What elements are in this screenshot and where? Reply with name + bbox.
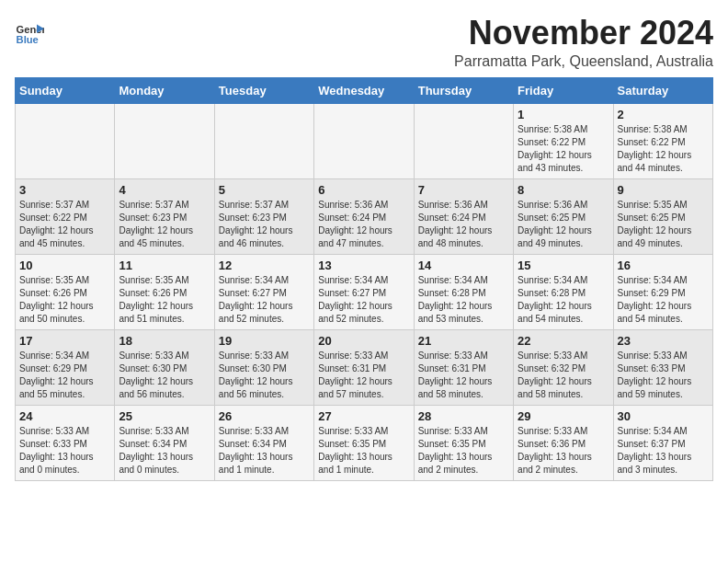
day-info: Sunrise: 5:35 AM Sunset: 6:26 PM Dayligh… [19,274,110,326]
day-number: 5 [219,183,310,197]
day-info: Sunrise: 5:33 AM Sunset: 6:35 PM Dayligh… [418,425,509,477]
day-info: Sunrise: 5:34 AM Sunset: 6:28 PM Dayligh… [418,274,509,326]
logo-icon: General Blue [15,18,44,48]
day-info: Sunrise: 5:33 AM Sunset: 6:30 PM Dayligh… [219,350,310,401]
week-row-3: 10Sunrise: 5:35 AM Sunset: 6:26 PM Dayli… [16,254,713,329]
day-number: 20 [318,334,409,348]
calendar-cell: 18Sunrise: 5:33 AM Sunset: 6:30 PM Dayli… [115,329,214,405]
day-number: 3 [19,183,110,197]
day-info: Sunrise: 5:33 AM Sunset: 6:33 PM Dayligh… [19,425,110,477]
day-info: Sunrise: 5:37 AM Sunset: 6:23 PM Dayligh… [119,199,210,250]
calendar-cell: 20Sunrise: 5:33 AM Sunset: 6:31 PM Dayli… [314,329,414,405]
calendar-cell [414,103,513,178]
day-number: 4 [119,183,210,197]
day-number: 28 [418,409,509,423]
day-number: 16 [618,259,709,272]
day-number: 30 [618,409,709,423]
calendar-cell: 6Sunrise: 5:36 AM Sunset: 6:24 PM Daylig… [314,178,414,254]
calendar-cell: 1Sunrise: 5:38 AM Sunset: 6:22 PM Daylig… [514,103,613,178]
week-row-2: 3Sunrise: 5:37 AM Sunset: 6:22 PM Daylig… [16,178,713,254]
calendar-cell: 15Sunrise: 5:34 AM Sunset: 6:28 PM Dayli… [514,254,613,329]
calendar-cell: 5Sunrise: 5:37 AM Sunset: 6:23 PM Daylig… [214,178,313,254]
calendar-cell: 19Sunrise: 5:33 AM Sunset: 6:30 PM Dayli… [214,329,313,405]
calendar-cell: 16Sunrise: 5:34 AM Sunset: 6:29 PM Dayli… [613,254,712,329]
day-number: 21 [418,334,509,348]
day-info: Sunrise: 5:34 AM Sunset: 6:29 PM Dayligh… [618,274,709,326]
day-header-saturday: Saturday [613,77,712,103]
week-row-5: 24Sunrise: 5:33 AM Sunset: 6:33 PM Dayli… [16,405,713,480]
day-header-sunday: Sunday [16,77,115,103]
day-number: 8 [518,183,609,197]
day-number: 23 [618,334,709,348]
day-number: 13 [318,259,409,272]
calendar-cell: 17Sunrise: 5:34 AM Sunset: 6:29 PM Dayli… [16,329,115,405]
day-number: 22 [518,334,609,348]
day-info: Sunrise: 5:33 AM Sunset: 6:31 PM Dayligh… [418,350,509,401]
day-info: Sunrise: 5:34 AM Sunset: 6:37 PM Dayligh… [618,425,709,477]
week-row-4: 17Sunrise: 5:34 AM Sunset: 6:29 PM Dayli… [16,329,713,405]
week-row-1: 1Sunrise: 5:38 AM Sunset: 6:22 PM Daylig… [16,103,713,178]
day-info: Sunrise: 5:35 AM Sunset: 6:26 PM Dayligh… [119,274,210,326]
day-number: 6 [318,183,409,197]
calendar-cell: 27Sunrise: 5:33 AM Sunset: 6:35 PM Dayli… [314,405,414,480]
calendar-cell: 13Sunrise: 5:34 AM Sunset: 6:27 PM Dayli… [314,254,414,329]
day-number: 1 [518,108,609,121]
day-info: Sunrise: 5:35 AM Sunset: 6:25 PM Dayligh… [618,199,709,250]
day-info: Sunrise: 5:33 AM Sunset: 6:34 PM Dayligh… [219,425,310,477]
day-number: 12 [219,259,310,272]
day-info: Sunrise: 5:37 AM Sunset: 6:23 PM Dayligh… [219,199,310,250]
day-number: 7 [418,183,509,197]
calendar-cell: 29Sunrise: 5:33 AM Sunset: 6:36 PM Dayli… [514,405,613,480]
calendar-cell: 4Sunrise: 5:37 AM Sunset: 6:23 PM Daylig… [115,178,214,254]
calendar-cell: 25Sunrise: 5:33 AM Sunset: 6:34 PM Dayli… [115,405,214,480]
calendar-cell: 2Sunrise: 5:38 AM Sunset: 6:22 PM Daylig… [613,103,712,178]
svg-text:Blue: Blue [17,34,39,45]
day-info: Sunrise: 5:36 AM Sunset: 6:24 PM Dayligh… [418,199,509,250]
day-number: 25 [119,409,210,423]
day-header-thursday: Thursday [414,77,513,103]
day-header-tuesday: Tuesday [214,77,313,103]
calendar-cell [16,103,115,178]
calendar-cell [214,103,313,178]
day-number: 29 [518,409,609,423]
calendar-cell: 8Sunrise: 5:36 AM Sunset: 6:25 PM Daylig… [514,178,613,254]
month-title: November 2024 [454,15,713,52]
calendar-cell: 26Sunrise: 5:33 AM Sunset: 6:34 PM Dayli… [214,405,313,480]
calendar-cell: 12Sunrise: 5:34 AM Sunset: 6:27 PM Dayli… [214,254,313,329]
day-info: Sunrise: 5:37 AM Sunset: 6:22 PM Dayligh… [19,199,110,250]
calendar-cell [115,103,214,178]
day-info: Sunrise: 5:36 AM Sunset: 6:24 PM Dayligh… [318,199,409,250]
calendar-table: SundayMondayTuesdayWednesdayThursdayFrid… [15,77,713,481]
day-info: Sunrise: 5:34 AM Sunset: 6:27 PM Dayligh… [219,274,310,326]
calendar-cell: 23Sunrise: 5:33 AM Sunset: 6:33 PM Dayli… [613,329,712,405]
day-info: Sunrise: 5:33 AM Sunset: 6:34 PM Dayligh… [119,425,210,477]
day-info: Sunrise: 5:33 AM Sunset: 6:32 PM Dayligh… [518,350,609,401]
calendar-cell: 22Sunrise: 5:33 AM Sunset: 6:32 PM Dayli… [514,329,613,405]
day-number: 2 [618,108,709,121]
day-number: 9 [618,183,709,197]
calendar-cell: 14Sunrise: 5:34 AM Sunset: 6:28 PM Dayli… [414,254,513,329]
page-header: General Blue November 2024 Parramatta Pa… [15,15,713,70]
day-info: Sunrise: 5:33 AM Sunset: 6:30 PM Dayligh… [119,350,210,401]
calendar-cell: 7Sunrise: 5:36 AM Sunset: 6:24 PM Daylig… [414,178,513,254]
calendar-cell: 9Sunrise: 5:35 AM Sunset: 6:25 PM Daylig… [613,178,712,254]
day-info: Sunrise: 5:36 AM Sunset: 6:25 PM Dayligh… [518,199,609,250]
day-info: Sunrise: 5:34 AM Sunset: 6:28 PM Dayligh… [518,274,609,326]
day-number: 24 [19,409,110,423]
day-header-friday: Friday [514,77,613,103]
day-number: 14 [418,259,509,272]
header-row: SundayMondayTuesdayWednesdayThursdayFrid… [16,77,713,103]
day-info: Sunrise: 5:34 AM Sunset: 6:27 PM Dayligh… [318,274,409,326]
title-block: November 2024 Parramatta Park, Queenslan… [454,15,713,70]
calendar-cell: 28Sunrise: 5:33 AM Sunset: 6:35 PM Dayli… [414,405,513,480]
day-number: 10 [19,259,110,272]
day-number: 15 [518,259,609,272]
day-number: 26 [219,409,310,423]
day-info: Sunrise: 5:33 AM Sunset: 6:35 PM Dayligh… [318,425,409,477]
day-info: Sunrise: 5:34 AM Sunset: 6:29 PM Dayligh… [19,350,110,401]
day-number: 11 [119,259,210,272]
calendar-cell [314,103,414,178]
calendar-cell: 11Sunrise: 5:35 AM Sunset: 6:26 PM Dayli… [115,254,214,329]
day-header-wednesday: Wednesday [314,77,414,103]
calendar-cell: 24Sunrise: 5:33 AM Sunset: 6:33 PM Dayli… [16,405,115,480]
